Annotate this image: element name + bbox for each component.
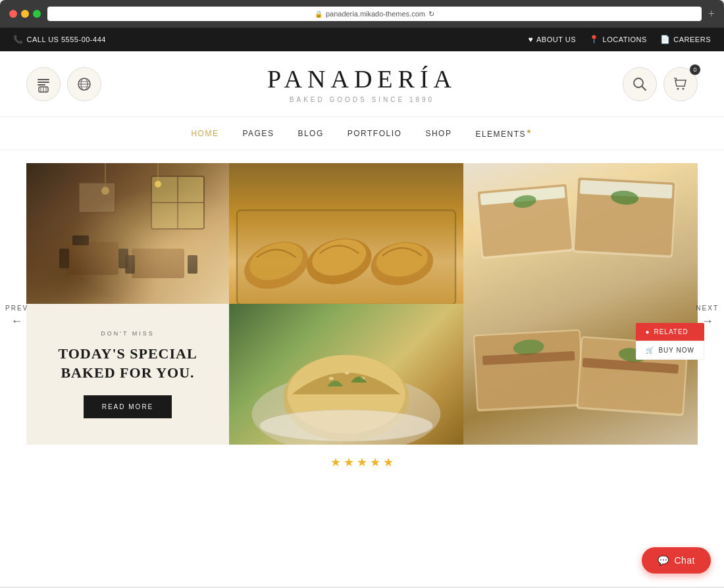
pin-icon: 📍 bbox=[589, 35, 600, 44]
sidebar-buttons: ● RELATED 🛒 BUY NOW bbox=[636, 323, 704, 360]
star-2: ★ bbox=[344, 455, 354, 470]
nav-item-shop[interactable]: SHOP bbox=[425, 129, 452, 138]
cart-wrapper: 0 bbox=[663, 67, 698, 101]
svg-rect-39 bbox=[478, 184, 573, 257]
svg-point-29 bbox=[155, 181, 161, 187]
bread-cell bbox=[229, 304, 463, 445]
svg-point-36 bbox=[367, 237, 436, 290]
svg-rect-19 bbox=[118, 249, 128, 268]
svg-rect-1 bbox=[38, 82, 49, 83]
next-arrow[interactable]: NEXT → bbox=[696, 305, 719, 328]
svg-point-59 bbox=[361, 377, 365, 380]
next-label: NEXT bbox=[696, 305, 719, 312]
star-1: ★ bbox=[330, 455, 341, 470]
related-button[interactable]: ● RELATED bbox=[636, 323, 704, 341]
buy-now-label: BUY NOW bbox=[658, 347, 694, 354]
croissants-cell bbox=[229, 163, 463, 304]
dot-green[interactable] bbox=[33, 10, 41, 18]
svg-rect-53 bbox=[582, 358, 679, 374]
main-nav: HOME PAGES BLOG PORTFOLIO SHOP ELEMENTS★ bbox=[0, 117, 724, 150]
svg-rect-17 bbox=[132, 249, 184, 278]
nav-item-portfolio[interactable]: PORTFOLIO bbox=[348, 129, 402, 138]
locations-label: LOCATIONS bbox=[603, 36, 647, 43]
svg-rect-40 bbox=[480, 186, 565, 205]
search-icon bbox=[631, 76, 648, 93]
nav-item-blog[interactable]: BLOG bbox=[297, 129, 323, 138]
elements-star: ★ bbox=[526, 128, 533, 135]
url-bar[interactable]: 🔒 panaderia.mikado-themes.com ↻ bbox=[47, 7, 702, 21]
prev-icon: ← bbox=[11, 314, 23, 328]
careers-item[interactable]: 📄 CAREERS bbox=[660, 35, 711, 44]
prev-label: PREV bbox=[5, 305, 28, 312]
site-header: PANADERÍA BAKED GOODS SINCE 1890 bbox=[0, 51, 724, 117]
svg-point-54 bbox=[252, 375, 441, 445]
svg-point-58 bbox=[345, 372, 349, 375]
related-circle-icon: ● bbox=[645, 328, 650, 335]
nav-item-pages[interactable]: PAGES bbox=[242, 129, 274, 138]
phone-item[interactable]: 📞 CALL US 5555-00-444 bbox=[13, 35, 106, 44]
svg-rect-31 bbox=[237, 210, 455, 304]
browser-chrome: 🔒 panaderia.mikado-themes.com ↻ + bbox=[0, 0, 724, 28]
logo-subtitle: BAKED GOODS SINCE 1890 bbox=[101, 96, 623, 103]
svg-point-50 bbox=[513, 338, 545, 356]
top-bar-left: 📞 CALL US 5555-00-444 bbox=[13, 35, 106, 44]
svg-rect-23 bbox=[151, 176, 204, 229]
svg-point-44 bbox=[513, 193, 538, 209]
svg-rect-41 bbox=[573, 176, 677, 258]
browser-dots bbox=[9, 10, 41, 18]
document-icon: 📄 bbox=[660, 35, 671, 44]
about-item[interactable]: ♥ ABOUT US bbox=[528, 35, 576, 44]
dot-yellow[interactable] bbox=[21, 10, 29, 18]
logo-title: PANADERÍA bbox=[101, 64, 623, 93]
svg-point-27 bbox=[101, 187, 109, 195]
nav-item-home[interactable]: HOME bbox=[191, 129, 219, 138]
dont-miss-label: DON'T MISS bbox=[101, 330, 155, 337]
site-logo: PANADERÍA BAKED GOODS SINCE 1890 bbox=[101, 64, 623, 103]
read-more-button[interactable]: READ MORE bbox=[84, 395, 172, 418]
star-5: ★ bbox=[383, 455, 394, 470]
svg-point-15 bbox=[683, 87, 685, 89]
globe-icon bbox=[76, 76, 93, 93]
reload-icon: ↻ bbox=[428, 10, 434, 18]
add-tab-button[interactable]: + bbox=[708, 8, 715, 20]
star-3: ★ bbox=[357, 455, 367, 470]
svg-rect-52 bbox=[482, 351, 575, 365]
buy-now-button[interactable]: 🛒 BUY NOW bbox=[636, 341, 704, 360]
svg-rect-0 bbox=[38, 79, 49, 80]
menu-icon-circle[interactable] bbox=[26, 67, 61, 101]
globe-icon-circle[interactable] bbox=[67, 67, 101, 101]
svg-point-55 bbox=[283, 355, 409, 441]
special-title: TODAY'S SPECIAL BAKED FOR YOU. bbox=[46, 345, 209, 382]
careers-label: CAREERS bbox=[673, 36, 711, 43]
cart-small-icon: 🛒 bbox=[646, 347, 654, 354]
nav-item-elements[interactable]: ELEMENTS★ bbox=[475, 128, 532, 139]
chat-button[interactable]: 💬 Chat bbox=[642, 547, 711, 574]
chat-label: Chat bbox=[674, 555, 695, 566]
svg-point-32 bbox=[238, 233, 315, 297]
svg-rect-21 bbox=[125, 255, 135, 274]
prev-arrow[interactable]: PREV ← bbox=[5, 305, 28, 328]
svg-rect-18 bbox=[59, 249, 69, 268]
cart-icon bbox=[672, 76, 689, 93]
svg-point-35 bbox=[308, 233, 370, 281]
lock-icon: 🔒 bbox=[315, 11, 323, 18]
croissants-image bbox=[229, 163, 463, 304]
svg-rect-30 bbox=[79, 183, 115, 212]
locations-item[interactable]: 📍 LOCATIONS bbox=[589, 35, 647, 44]
image-grid: DON'T MISS TODAY'S SPECIAL BAKED FOR YOU… bbox=[26, 163, 698, 445]
special-text-cell: DON'T MISS TODAY'S SPECIAL BAKED FOR YOU… bbox=[26, 304, 229, 445]
sandwiches-scene bbox=[463, 163, 698, 445]
svg-point-56 bbox=[287, 355, 405, 433]
top-bar: 📞 CALL US 5555-00-444 ♥ ABOUT US 📍 LOCAT… bbox=[0, 28, 724, 51]
url-text: panaderia.mikado-themes.com bbox=[326, 10, 425, 18]
sandwiches-cell bbox=[463, 163, 698, 445]
about-label: ABOUT US bbox=[536, 36, 576, 43]
svg-rect-20 bbox=[72, 235, 89, 245]
dot-red[interactable] bbox=[9, 10, 17, 18]
phone-icon: 📞 bbox=[13, 35, 24, 44]
svg-rect-16 bbox=[66, 242, 118, 275]
svg-rect-22 bbox=[188, 255, 197, 274]
menu-icon bbox=[35, 76, 52, 93]
header-left-icons bbox=[26, 67, 101, 101]
search-icon-circle[interactable] bbox=[623, 67, 657, 101]
